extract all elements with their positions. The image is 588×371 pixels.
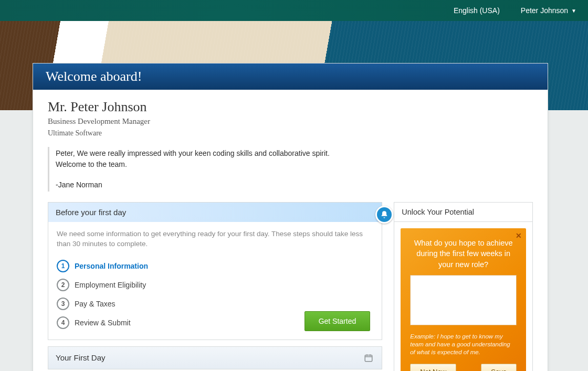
user-name: Peter Johnson — [521, 6, 568, 15]
close-icon[interactable]: ✕ — [516, 231, 522, 240]
step-label: Employment Eligibility — [75, 281, 146, 289]
chevron-down-icon: ▼ — [571, 8, 576, 14]
not-now-button[interactable]: Not Now — [410, 364, 456, 371]
panel-title: Your First Day — [56, 353, 105, 362]
goal-question: What do you hope to achieve during the f… — [410, 238, 517, 275]
panel-your-first-day[interactable]: Your First Day — [48, 346, 382, 369]
step-number: 1 — [57, 260, 69, 272]
card-title: Welcome aboard! — [33, 63, 548, 90]
panel-title: Before your first day — [56, 208, 126, 217]
employee-company: Ultimate Software — [48, 129, 533, 137]
goal-panel: ✕ What do you hope to achieve during the… — [394, 221, 533, 371]
welcome-signature: -Jane Norman — [56, 179, 384, 190]
step-label: Review & Submit — [75, 319, 131, 327]
locale-selector[interactable]: English (USA) — [454, 6, 500, 15]
welcome-message: Peter, We were really impressed with you… — [48, 147, 384, 192]
step-employment-eligibility[interactable]: 2 Employment Eligibility — [57, 275, 373, 294]
welcome-line-1: Peter, We were really impressed with you… — [56, 148, 384, 159]
employee-title: Business Development Manager — [48, 117, 533, 126]
employee-name: Mr. Peter Johnson — [48, 99, 533, 115]
step-label: Personal Information — [75, 262, 148, 270]
step-label: Pay & Taxes — [75, 300, 116, 308]
goal-textarea[interactable] — [410, 275, 517, 325]
panel-desc: We need some information to get everythi… — [57, 229, 373, 249]
step-number: 2 — [57, 279, 69, 291]
user-menu[interactable]: Peter Johnson ▼ — [521, 6, 576, 15]
step-number: 4 — [57, 316, 69, 329]
locale-label: English (USA) — [454, 6, 500, 15]
step-personal-information[interactable]: 1 Personal Information — [57, 257, 373, 275]
welcome-line-2: Welcome to the team. — [56, 159, 384, 170]
step-pay-taxes[interactable]: 3 Pay & Taxes — [57, 294, 373, 313]
panel-before-first-day: Before your first day We need some infor… — [48, 202, 382, 340]
bell-icon[interactable] — [375, 206, 393, 224]
svg-rect-0 — [365, 355, 372, 362]
step-number: 3 — [57, 298, 69, 310]
goal-card: ✕ What do you hope to achieve during the… — [401, 228, 526, 371]
save-button[interactable]: Save — [481, 364, 517, 371]
goal-panel-title: Unlock Your Potential — [394, 202, 533, 221]
goal-hint: Example: I hope to get to know my team a… — [410, 333, 517, 356]
panel-head-before[interactable]: Before your first day — [48, 203, 382, 222]
top-bar: English (USA) Peter Johnson ▼ — [0, 0, 588, 21]
welcome-card: Welcome aboard! Mr. Peter Johnson Busine… — [33, 63, 548, 371]
calendar-icon — [363, 352, 374, 364]
get-started-button[interactable]: Get Started — [304, 311, 371, 331]
